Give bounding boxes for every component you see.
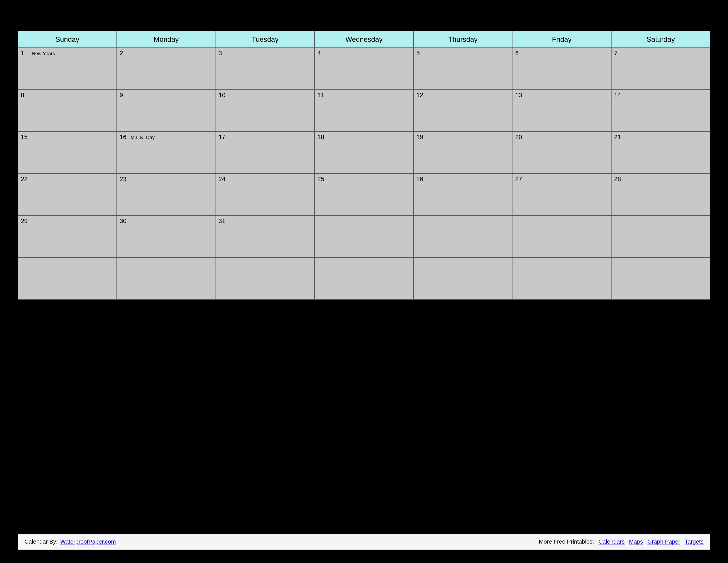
day-cell: 2	[117, 48, 216, 90]
day-cell: 1New Years	[18, 48, 117, 90]
footer-bar: Calendar By: WaterproofPaper.com More Fr…	[18, 534, 710, 550]
day-number: 3	[219, 50, 227, 57]
calendar-container: Sunday Monday Tuesday Wednesday Thursday…	[18, 31, 710, 300]
day-number: 20	[515, 133, 524, 141]
header-monday: Monday	[117, 31, 216, 48]
day-cell: 3	[216, 48, 315, 90]
week-row-5	[18, 257, 710, 300]
day-cell: 27	[512, 173, 611, 215]
day-cell	[18, 257, 117, 300]
day-number: 25	[317, 175, 326, 182]
header-row: Sunday Monday Tuesday Wednesday Thursday…	[18, 31, 710, 48]
calendar-table: Sunday Monday Tuesday Wednesday Thursday…	[18, 31, 710, 300]
graph-paper-link[interactable]: Graph Paper	[647, 538, 680, 545]
day-number: 5	[416, 50, 425, 57]
week-row-4: 293031	[18, 215, 710, 257]
day-number: 4	[317, 50, 326, 57]
targets-link[interactable]: Targets	[685, 538, 704, 545]
day-number: 9	[120, 92, 128, 99]
day-cell	[216, 257, 315, 300]
day-cell: 25	[315, 173, 413, 215]
day-number: 21	[614, 133, 623, 141]
day-number: 6	[515, 50, 524, 57]
header-friday: Friday	[512, 31, 611, 48]
header-saturday: Saturday	[611, 31, 710, 48]
day-cell: 29	[18, 215, 117, 257]
week-row-2: 1516M.L.K. Day1718192021	[18, 132, 710, 173]
day-cell	[413, 215, 512, 257]
more-printables-label: More Free Printables:	[539, 538, 594, 545]
week-row-0: 1New Years234567	[18, 48, 710, 90]
day-number: 28	[614, 175, 623, 182]
day-number: 13	[515, 92, 524, 99]
footer-left: Calendar By: WaterproofPaper.com	[24, 538, 116, 545]
day-number: 15	[21, 133, 30, 141]
day-number: 26	[416, 175, 425, 182]
day-number: 23	[120, 175, 128, 182]
day-cell: 28	[611, 173, 710, 215]
footer-right: More Free Printables: Calendars Maps Gra…	[539, 538, 704, 545]
day-cell: 9	[117, 90, 216, 132]
day-number: 12	[416, 92, 425, 99]
day-cell: 8	[18, 90, 117, 132]
day-cell	[315, 215, 413, 257]
calendars-link[interactable]: Calendars	[599, 538, 625, 545]
day-number: 17	[219, 133, 227, 141]
day-cell: 12	[413, 90, 512, 132]
day-cell: 24	[216, 173, 315, 215]
day-cell: 11	[315, 90, 413, 132]
day-cell: 19	[413, 132, 512, 173]
day-cell: 4	[315, 48, 413, 90]
header-thursday: Thursday	[413, 31, 512, 48]
day-number: 2	[120, 50, 128, 57]
day-number: 18	[317, 133, 326, 141]
day-cell	[611, 215, 710, 257]
day-number: 16	[120, 133, 128, 141]
calendar-by-label: Calendar By:	[24, 538, 58, 545]
day-cell: 22	[18, 173, 117, 215]
day-number: 19	[416, 133, 425, 141]
day-cell: 23	[117, 173, 216, 215]
day-number: 14	[614, 92, 623, 99]
day-cell: 14	[611, 90, 710, 132]
day-cell	[315, 257, 413, 300]
header-sunday: Sunday	[18, 31, 117, 48]
day-number: 31	[219, 217, 227, 224]
waterproof-link[interactable]: WaterproofPaper.com	[60, 538, 116, 545]
day-cell	[512, 257, 611, 300]
maps-link[interactable]: Maps	[629, 538, 643, 545]
day-cell	[512, 215, 611, 257]
header-tuesday: Tuesday	[216, 31, 315, 48]
day-cell: 20	[512, 132, 611, 173]
day-cell: 10	[216, 90, 315, 132]
holiday-label: M.L.K. Day	[131, 135, 155, 140]
day-cell: 7	[611, 48, 710, 90]
day-number: 27	[515, 175, 524, 182]
day-cell: 31	[216, 215, 315, 257]
day-cell: 21	[611, 132, 710, 173]
day-cell: 5	[413, 48, 512, 90]
day-cell: 30	[117, 215, 216, 257]
day-cell: 13	[512, 90, 611, 132]
day-number: 1	[21, 50, 30, 57]
day-cell: 26	[413, 173, 512, 215]
day-cell	[611, 257, 710, 300]
day-cell: 18	[315, 132, 413, 173]
day-cell: 6	[512, 48, 611, 90]
day-cell: 16M.L.K. Day	[117, 132, 216, 173]
day-number: 7	[614, 50, 623, 57]
day-number: 24	[219, 175, 227, 182]
day-number: 30	[120, 217, 128, 224]
day-cell: 17	[216, 132, 315, 173]
day-cell	[413, 257, 512, 300]
day-number: 29	[21, 217, 30, 224]
week-row-3: 22232425262728	[18, 173, 710, 215]
day-cell	[117, 257, 216, 300]
header-wednesday: Wednesday	[315, 31, 413, 48]
holiday-label: New Years	[32, 51, 55, 56]
day-number: 11	[317, 92, 326, 99]
day-number: 10	[219, 92, 227, 99]
day-cell: 15	[18, 132, 117, 173]
day-number: 22	[21, 175, 30, 182]
day-number: 8	[21, 92, 30, 99]
